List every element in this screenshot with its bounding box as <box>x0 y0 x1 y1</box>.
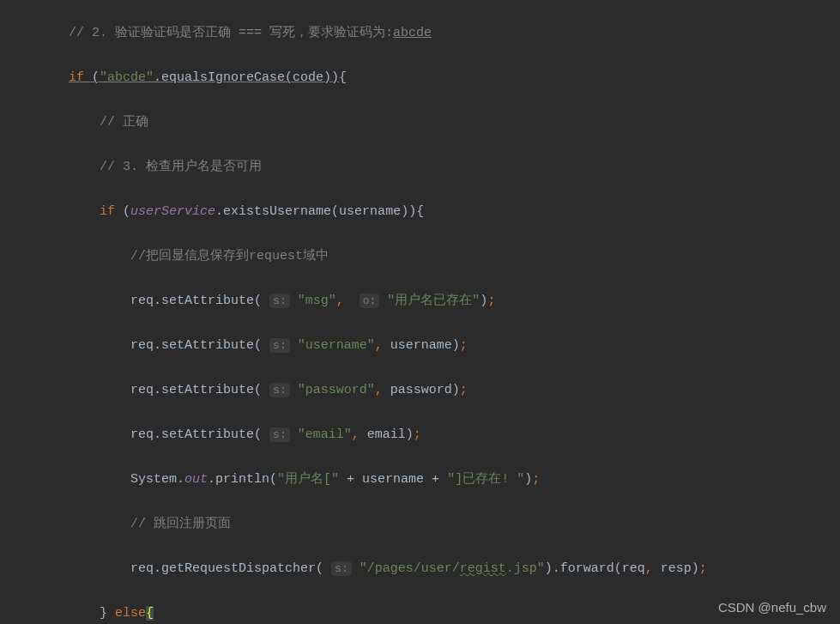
watermark-text: CSDN @nefu_cbw <box>718 597 826 619</box>
param-hint: o: <box>360 294 380 308</box>
code-editor[interactable]: // 2. 验证验证码是否正确 === 写死，要求验证码为:abcde if (… <box>7 0 840 624</box>
code-line: if (userService.existsUsername(username)… <box>7 201 840 223</box>
param-hint: s: <box>269 294 290 308</box>
keyword-else: else <box>107 606 146 621</box>
comment-text: // 正确 <box>100 115 148 130</box>
code-line: req.setAttribute( s: "username", usernam… <box>7 335 840 357</box>
string-literal: "abcde" <box>100 70 154 85</box>
code-line: } else{ <box>7 603 840 624</box>
code-line: // 跳回注册页面 <box>7 513 840 536</box>
code-line: if ("abcde".equalsIgnoreCase(code)){ <box>7 67 840 89</box>
comment-text: //把回显信息保存到request域中 <box>130 249 329 264</box>
field-ref: userService <box>130 204 215 219</box>
code-line: // 3. 检查用户名是否可用 <box>7 156 840 179</box>
param-hint: s: <box>269 383 290 397</box>
param-hint: s: <box>269 338 290 353</box>
comment-text: // 2. 验证验证码是否正确 === 写死，要求验证码为:abcde <box>69 26 432 40</box>
matched-brace: { <box>146 606 154 621</box>
code-line: req.setAttribute( s: "msg", o: "用户名已存在")… <box>7 290 840 312</box>
code-line: req.setAttribute( s: "email", email); <box>7 424 840 446</box>
param-hint: s: <box>331 561 352 576</box>
field-out: out <box>184 472 208 487</box>
code-line: System.out.println("用户名[" + username + "… <box>7 469 840 491</box>
comment-text: // 跳回注册页面 <box>130 517 231 531</box>
code-line: req.getRequestDispatcher( s: "/pages/use… <box>7 558 840 580</box>
param-hint: s: <box>269 427 290 442</box>
keyword-if: if <box>100 204 115 219</box>
code-line: // 2. 验证验证码是否正确 === 写死，要求验证码为:abcde <box>7 22 840 45</box>
code-line: //把回显信息保存到request域中 <box>7 245 840 268</box>
comment-text: // 3. 检查用户名是否可用 <box>100 160 262 174</box>
code-line: // 正确 <box>7 112 840 134</box>
keyword-if: if <box>69 70 84 85</box>
code-line: req.setAttribute( s: "password", passwor… <box>7 379 840 402</box>
